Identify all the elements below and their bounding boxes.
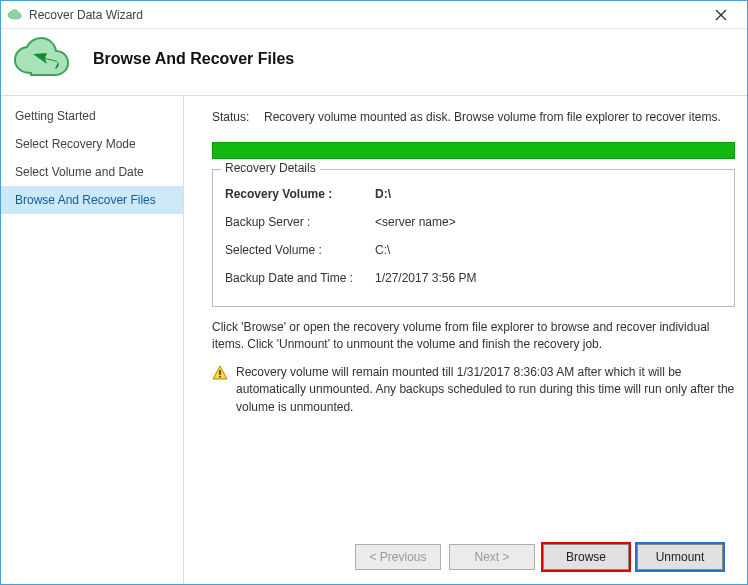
warning-icon [212,365,228,416]
detail-value: D:\ [375,187,391,201]
dialog-window: Recover Data Wizard Browse And Recover F… [0,0,748,585]
window-title: Recover Data Wizard [29,8,701,22]
instruction-text: Click 'Browse' or open the recovery volu… [212,319,735,354]
cloud-recovery-icon [13,37,73,81]
sidebar-item-label: Browse And Recover Files [15,193,156,207]
detail-value: <server name> [375,215,456,229]
sidebar-item-select-volume-and-date[interactable]: Select Volume and Date [1,158,183,186]
detail-label: Selected Volume : [225,243,375,257]
recovery-details-legend: Recovery Details [221,161,320,175]
detail-row-backup-date-time: Backup Date and Time : 1/27/2017 3:56 PM [225,264,722,292]
sidebar-item-label: Select Recovery Mode [15,137,136,151]
status-row: Status: Recovery volume mounted as disk.… [212,110,735,124]
detail-row-backup-server: Backup Server : <server name> [225,208,722,236]
detail-value: C:\ [375,243,390,257]
unmount-button[interactable]: Unmount [637,544,723,570]
detail-label: Recovery Volume : [225,187,375,201]
titlebar: Recover Data Wizard [1,1,747,29]
progress-bar [212,142,735,159]
detail-label: Backup Date and Time : [225,271,375,285]
header: Browse And Recover Files [1,29,747,95]
sidebar-item-browse-and-recover-files[interactable]: Browse And Recover Files [1,186,183,214]
sidebar-item-select-recovery-mode[interactable]: Select Recovery Mode [1,130,183,158]
sidebar-item-getting-started[interactable]: Getting Started [1,102,183,130]
next-button: Next > [449,544,535,570]
button-row: < Previous Next > Browse Unmount [212,534,735,584]
app-cloud-icon [7,7,23,23]
wizard-steps-sidebar: Getting Started Select Recovery Mode Sel… [1,95,184,584]
close-icon[interactable] [701,3,741,27]
sidebar-item-label: Getting Started [15,109,96,123]
detail-row-recovery-volume: Recovery Volume : D:\ [225,180,722,208]
detail-value: 1/27/2017 3:56 PM [375,271,476,285]
svg-rect-1 [219,376,221,378]
page-title: Browse And Recover Files [93,50,294,68]
detail-row-selected-volume: Selected Volume : C:\ [225,236,722,264]
warning-text: Recovery volume will remain mounted till… [236,364,735,416]
svg-rect-0 [219,370,221,375]
recovery-details-fieldset: Recovery Details Recovery Volume : D:\ B… [212,169,735,307]
detail-label: Backup Server : [225,215,375,229]
previous-button: < Previous [355,544,441,570]
body: Getting Started Select Recovery Mode Sel… [1,95,747,584]
status-text: Recovery volume mounted as disk. Browse … [264,110,735,124]
main-panel: Status: Recovery volume mounted as disk.… [184,95,747,584]
status-label: Status: [212,110,264,124]
warning-row: Recovery volume will remain mounted till… [212,364,735,416]
browse-button[interactable]: Browse [543,544,629,570]
sidebar-item-label: Select Volume and Date [15,165,144,179]
